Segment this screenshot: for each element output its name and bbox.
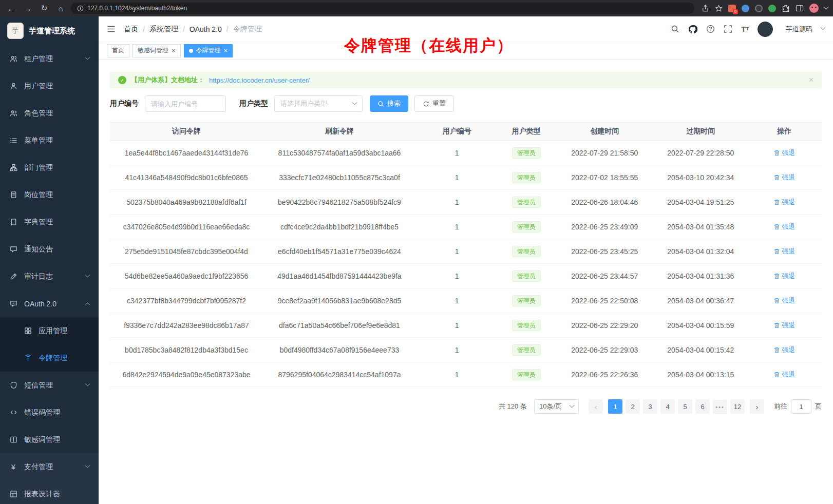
breadcrumb-separator: / bbox=[143, 25, 145, 33]
user-avatar[interactable] bbox=[758, 22, 773, 37]
user-id-input[interactable] bbox=[145, 95, 226, 112]
tab-home[interactable]: 首页 bbox=[107, 44, 129, 57]
help-icon[interactable] bbox=[706, 25, 715, 33]
sidebar-item-oauth2-token[interactable]: 令牌管理 bbox=[0, 344, 99, 372]
fullscreen-icon[interactable] bbox=[724, 25, 732, 33]
force-logout-button[interactable]: 强退 bbox=[773, 148, 795, 158]
font-size-icon[interactable]: TT bbox=[741, 25, 749, 33]
page-size-select[interactable]: 10条/页 bbox=[534, 399, 579, 414]
signal-icon bbox=[24, 354, 32, 362]
sidebar-item-audit-log[interactable]: 审计日志 bbox=[0, 263, 99, 290]
sidebar-item-role[interactable]: 角色管理 bbox=[0, 100, 99, 127]
address-bar[interactable]: 127.0.0.1:1024/system/oauth2/token bbox=[71, 3, 694, 14]
extension-icon-4[interactable] bbox=[768, 5, 776, 12]
force-logout-button[interactable]: 强退 bbox=[773, 321, 795, 330]
column-header: 用户编号 bbox=[416, 123, 498, 140]
tab-token[interactable]: 令牌管理× bbox=[184, 44, 233, 57]
side-panel-icon[interactable] bbox=[796, 4, 804, 12]
sidebar-item-sms[interactable]: 短信管理 bbox=[0, 372, 99, 399]
site-info-icon[interactable] bbox=[77, 5, 84, 12]
share-icon[interactable] bbox=[702, 5, 709, 12]
layout-icon bbox=[9, 490, 17, 498]
page-button[interactable]: 1 bbox=[608, 399, 622, 414]
sidebar-item-report-designer[interactable]: 报表设计器 bbox=[0, 480, 99, 504]
page-button[interactable]: 5 bbox=[678, 399, 692, 414]
user-type-badge: 管理员 bbox=[512, 344, 541, 356]
tree-icon bbox=[9, 164, 17, 171]
user-id-cell: 1 bbox=[416, 141, 498, 165]
delete-icon bbox=[773, 371, 780, 378]
home-button[interactable]: ⌂ bbox=[54, 2, 67, 14]
page-button[interactable]: 3 bbox=[643, 399, 657, 414]
next-page-button[interactable]: › bbox=[750, 399, 764, 414]
doc-link[interactable]: https://doc.iocoder.cn/user-center/ bbox=[209, 76, 310, 84]
sidebar-item-oauth2[interactable]: OAuth 2.0 bbox=[0, 290, 99, 317]
app-logo-row[interactable]: 芋 芋道管理系统 bbox=[0, 16, 99, 45]
sidebar-item-dict[interactable]: 字典管理 bbox=[0, 208, 99, 236]
prev-page-button[interactable]: ‹ bbox=[589, 399, 603, 414]
access-token-cell: 502375b8040a469a9b82188afdf6af1f bbox=[110, 190, 263, 214]
column-header: 操作 bbox=[747, 123, 822, 140]
page-button[interactable]: 2 bbox=[626, 399, 640, 414]
user-type-badge: 管理员 bbox=[512, 172, 541, 183]
extension-icon-2[interactable] bbox=[742, 5, 749, 12]
sidebar-item-pay[interactable]: ¥ 支付管理 bbox=[0, 453, 99, 480]
breadcrumb-item[interactable]: 首页 bbox=[124, 25, 138, 34]
close-icon[interactable]: × bbox=[809, 76, 813, 84]
expire-time-cell: 2022-07-29 22:28:50 bbox=[654, 141, 747, 165]
sidebar-item-notice[interactable]: 通知公告 bbox=[0, 236, 99, 263]
tab-sensitive-word[interactable]: 敏感词管理× bbox=[132, 44, 181, 57]
delete-icon bbox=[773, 223, 780, 230]
user-type-badge: 管理员 bbox=[512, 320, 541, 331]
search-icon[interactable] bbox=[671, 25, 679, 33]
sidebar-item-menu[interactable]: 菜单管理 bbox=[0, 127, 99, 154]
breadcrumb-item[interactable]: OAuth 2.0 bbox=[190, 25, 222, 33]
sidebar-item-post[interactable]: 岗位管理 bbox=[0, 181, 99, 208]
browser-actions: 0 bbox=[702, 4, 828, 13]
page-button[interactable]: 12 bbox=[730, 399, 745, 414]
page-more-button[interactable]: ••• bbox=[713, 400, 727, 414]
breadcrumb-item[interactable]: 系统管理 bbox=[149, 25, 178, 34]
force-logout-button[interactable]: 强退 bbox=[773, 296, 795, 305]
sidebar-item-sensitive-word[interactable]: 敏感词管理 bbox=[0, 426, 99, 453]
goto-page-input[interactable] bbox=[791, 399, 811, 414]
reload-button[interactable]: ↻ bbox=[38, 2, 50, 14]
force-logout-button[interactable]: 强退 bbox=[773, 370, 795, 379]
force-logout-button[interactable]: 强退 bbox=[773, 345, 795, 355]
force-logout-button[interactable]: 强退 bbox=[773, 222, 795, 231]
page-button[interactable]: 6 bbox=[695, 399, 710, 414]
sidebar-item-user[interactable]: 用户管理 bbox=[0, 72, 99, 100]
github-icon[interactable] bbox=[688, 25, 697, 34]
extension-icon-3[interactable] bbox=[755, 5, 763, 12]
profile-avatar[interactable] bbox=[809, 4, 819, 13]
close-icon[interactable]: × bbox=[224, 47, 228, 54]
user-id-label: 用户编号 bbox=[110, 99, 139, 108]
reset-button[interactable]: 重置 bbox=[414, 95, 454, 112]
force-logout-button[interactable]: 强退 bbox=[773, 272, 795, 281]
expire-time-cell: 2054-03-04 01:35:48 bbox=[654, 215, 747, 239]
create-time-cell: 2022-06-25 23:45:25 bbox=[555, 239, 654, 263]
user-type-select[interactable]: 请选择用户类型 bbox=[274, 95, 363, 112]
refresh-token-cell: dfa6c71a50a54c66bef706ef9e6e8d81 bbox=[263, 313, 416, 337]
back-button[interactable]: ← bbox=[5, 2, 17, 14]
table-row: 6d842e2924594de9a09e45e087323abe 8796295… bbox=[110, 362, 822, 387]
force-logout-button[interactable]: 强退 bbox=[773, 173, 795, 182]
page-button[interactable]: 4 bbox=[660, 399, 675, 414]
force-logout-button[interactable]: 强退 bbox=[773, 247, 795, 256]
chevron-down-icon[interactable] bbox=[824, 4, 829, 9]
extension-icon-1[interactable]: 0 bbox=[728, 5, 736, 12]
chevron-down-icon[interactable] bbox=[821, 25, 826, 30]
extensions-puzzle-icon[interactable] bbox=[782, 4, 790, 12]
force-logout-button[interactable]: 强退 bbox=[773, 198, 795, 207]
sidebar-item-dept[interactable]: 部门管理 bbox=[0, 154, 99, 181]
sidebar-item-error-code[interactable]: 错误码管理 bbox=[0, 399, 99, 426]
action-cell: 强退 bbox=[747, 362, 822, 386]
search-button[interactable]: 搜索 bbox=[370, 95, 408, 112]
bookmark-star-icon[interactable] bbox=[715, 5, 723, 12]
forward-button[interactable]: → bbox=[22, 2, 34, 14]
delete-icon bbox=[773, 297, 780, 304]
close-icon[interactable]: × bbox=[172, 47, 176, 54]
sidebar-item-tenant[interactable]: 租户管理 bbox=[0, 45, 99, 72]
sidebar-toggle-icon[interactable] bbox=[107, 25, 116, 33]
sidebar-item-oauth2-app[interactable]: 应用管理 bbox=[0, 317, 99, 344]
